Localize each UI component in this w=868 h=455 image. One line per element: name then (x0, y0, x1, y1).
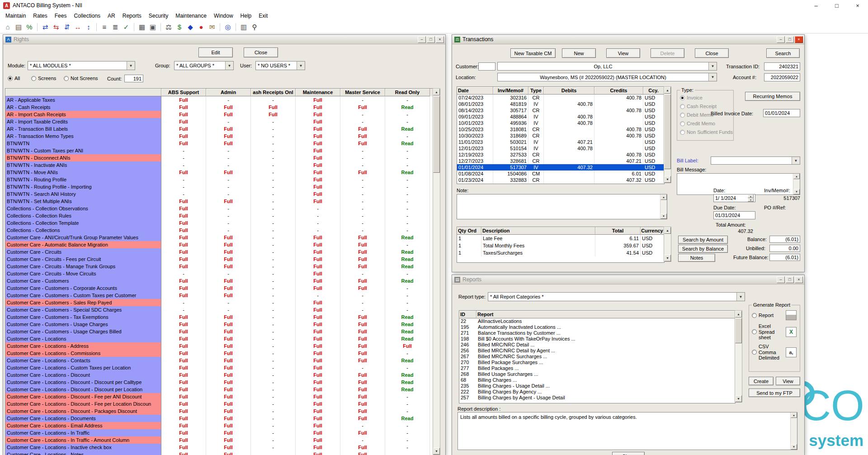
scroll-up-icon[interactable]: ▲ (735, 311, 742, 318)
rights-row[interactable]: Customer Care - Customers - Corporate Ac… (5, 284, 433, 292)
rights-close-action-button[interactable]: Close (244, 47, 278, 57)
description-scrollbar[interactable]: ▲ ▼ (790, 412, 797, 450)
rights-row[interactable]: Collections - Collection ObservationsFul… (5, 205, 433, 212)
rights-row[interactable]: Customer Care - Customers - Tax Exemptio… (5, 313, 433, 321)
rights-row[interactable]: Customer Care - Locations - Discount - D… (5, 379, 433, 386)
rights-row[interactable]: BTN/WTN - Custom Taxes per ANI---Full-- (5, 147, 433, 154)
rights-row[interactable]: Customer Care - Circuits - Manage Trunk … (5, 263, 433, 270)
rights-row[interactable]: AR - Cash ReceiptsFullFullFullFullFullRe… (5, 104, 433, 111)
menu-item-window[interactable]: Window (210, 12, 237, 20)
scrollbar-thumb[interactable] (433, 96, 440, 173)
rights-row[interactable]: Customer Care - Locations - Custom Taxes… (5, 364, 433, 371)
generate-option[interactable]: CSV Comma Delimiteda, (752, 344, 797, 361)
menu-item-rates[interactable]: Rates (29, 12, 51, 20)
report-row[interactable]: 195Automatically Inactivated Locations .… (459, 324, 735, 330)
note-box[interactable]: ▲ ▼ (457, 194, 667, 219)
rights-row[interactable]: Collections - Collection TemplateFull---… (5, 219, 433, 227)
item-row[interactable]: 1Taxes/Surcharges41.54USD (457, 249, 664, 256)
transaction-row[interactable]: 09/01/2023488864IV400.78USD (457, 114, 664, 120)
transaction-row[interactable]: 10/25/2023318081CR400.78USD (457, 126, 664, 133)
location-select[interactable]: Waynesboro, MS (# 2022059022) (MASTER LO… (497, 73, 717, 81)
col-total[interactable]: Total (595, 227, 641, 235)
reports-minimize-button[interactable]: – (777, 276, 785, 283)
col-credits[interactable]: Credits (594, 87, 643, 95)
date-spinner[interactable]: ▲▼ (748, 194, 754, 202)
report-type-select[interactable]: * All Report Categories *▼ (488, 292, 745, 301)
dollar-icon[interactable]: $ (174, 22, 185, 33)
report-row[interactable]: 256Billed MRC/NRC Detail by Agent ... (459, 348, 735, 354)
module-select[interactable]: * ALL MODULES *▼ (28, 61, 135, 70)
transactions-close-button[interactable]: × (795, 36, 803, 43)
transaction-row[interactable]: 08/01/2023481819IV400.78USD (457, 101, 664, 107)
report-row[interactable]: 246Billed MRC/NRC Detail ... (459, 342, 735, 348)
app-maximize-button[interactable]: □ (826, 0, 847, 11)
col-qty-ord[interactable]: Qty Ord (457, 227, 481, 235)
move-vertical-icon[interactable]: ↕ (83, 22, 94, 33)
rights-row[interactable]: Customer Care - Automatic Balance Migrat… (5, 241, 433, 248)
rights-row[interactable]: Customer Care - CircuitsFullFull-FullFul… (5, 248, 433, 256)
check-icon[interactable]: ✓ (121, 22, 132, 33)
transaction-row[interactable]: 01/23/2024332883CR407.32USD (457, 177, 664, 183)
rights-row[interactable]: BTN/WTN - Routing Profile---Full-- (5, 176, 433, 183)
globe-icon[interactable]: ◎ (222, 22, 233, 33)
col-currency[interactable]: Currency (641, 227, 664, 235)
rights-row[interactable]: AR - Import Cash ReceiptsFullFullFullFul… (5, 111, 433, 118)
scroll-down-icon[interactable]: ▼ (664, 255, 671, 261)
scroll-up-icon[interactable]: ▲ (793, 174, 800, 179)
transaction-row[interactable]: 10/01/2023495936IV400.78USD (457, 120, 664, 126)
transaction-row[interactable]: 07/24/2023302316CR400.78USD (457, 95, 664, 101)
item-row[interactable]: 1Total Monthly Fees359.67USD (457, 242, 664, 249)
rights-grid-scrollbar[interactable]: ▲ ▼ (433, 88, 440, 455)
items-grid-scrollbar[interactable]: ▲ ▼ (664, 227, 671, 262)
rights-row[interactable]: Customer Care - Circuits - Fees per Circ… (5, 256, 433, 263)
transactions-minimize-button[interactable]: – (777, 36, 785, 43)
new-taxable-cm-button[interactable]: New Taxable CM (510, 48, 556, 58)
rights-titlebar[interactable]: A Rights – □ × (3, 35, 445, 44)
move-horizontal-icon[interactable]: ↔ (72, 22, 83, 33)
reports-maximize-button[interactable]: □ (786, 276, 794, 283)
item-row[interactable]: 1Late Fee6.11USD (457, 235, 664, 242)
report-row[interactable]: 257Billing Charges by Agent - Usage Deta… (459, 395, 735, 401)
scrollbar-thumb[interactable] (664, 94, 671, 169)
report-row[interactable]: 270Billed Package Surcharges ... (459, 360, 735, 365)
transaction-row[interactable]: 08/14/2023305717CR400.78USD (457, 107, 664, 114)
rights-row[interactable]: Customer Care - Customers - Custom Taxes… (5, 292, 433, 299)
rights-row[interactable]: Customer Care - Locations - Email Addres… (5, 422, 433, 429)
rights-row[interactable]: Customer Care - Locations - AddressFullF… (5, 342, 433, 350)
transaction-row[interactable]: 12/27/2023328681CR407.21USD (457, 158, 664, 164)
detail-list-icon[interactable]: ≣ (110, 22, 121, 33)
search-by-amount-button[interactable]: Search by Amount (678, 236, 728, 244)
view-button[interactable]: View (606, 48, 640, 58)
balance-icon[interactable]: ⚖ (163, 22, 174, 33)
alert-icon[interactable]: ● (196, 22, 207, 33)
rights-row[interactable]: BTN/WTN - Disconnect ANIs---Full-- (5, 154, 433, 161)
rights-row[interactable]: Customer Care - ANI/Circuit/Trunk Group … (5, 234, 433, 241)
col-description[interactable]: Description (481, 227, 595, 235)
rights-col-read-only[interactable]: Read Only (385, 89, 430, 96)
col-inv-memo[interactable]: Inv/Memo# (493, 87, 528, 95)
rights-row[interactable]: BTN/WTN - Set Multiple ANIsFullFull-Full… (5, 198, 433, 205)
col-debits[interactable]: Debits (544, 87, 594, 95)
rights-row[interactable]: BTN/WTN - Routing Profile - Importing---… (5, 183, 433, 190)
menu-item-ar[interactable]: AR (104, 12, 119, 20)
user-select[interactable]: * NO USERS *▼ (255, 61, 305, 70)
delete-button[interactable]: Delete (651, 48, 684, 58)
transaction-row[interactable]: 12/01/2023510154IV400.78USD (457, 145, 664, 152)
customer-code-field[interactable] (478, 62, 495, 71)
envelope-icon[interactable]: ✉ (207, 22, 217, 33)
scroll-down-icon[interactable]: ▼ (660, 213, 667, 219)
rights-row[interactable]: Customer Care - Locations - Discount - F… (5, 400, 433, 408)
rights-row[interactable]: Customer Care - Locations - Inactive che… (5, 444, 433, 451)
rights-row[interactable]: Customer Care - Locations - ContactsFull… (5, 357, 433, 364)
date-field[interactable]: 1/ 1/2024 ▲▼ (713, 194, 755, 202)
scroll-down-icon[interactable]: ▼ (735, 395, 742, 402)
rights-row[interactable]: Customer Care - Locations - DocumentsFul… (5, 415, 433, 422)
type-option[interactable]: Cash Receipt (680, 104, 733, 109)
transactions-maximize-button[interactable]: □ (786, 36, 794, 43)
report-description-box[interactable]: Lists all amounts billed on a specific b… (458, 412, 797, 450)
bill-message-scrollbar[interactable]: ▲ ▼ (793, 174, 800, 194)
col-ccy[interactable]: Ccy. (643, 87, 664, 95)
scroll-up-icon[interactable]: ▲ (664, 87, 671, 94)
generate-option[interactable]: Excel Spread sheetX (752, 323, 797, 341)
due-date-field[interactable]: 01/31/2024 (713, 211, 755, 219)
